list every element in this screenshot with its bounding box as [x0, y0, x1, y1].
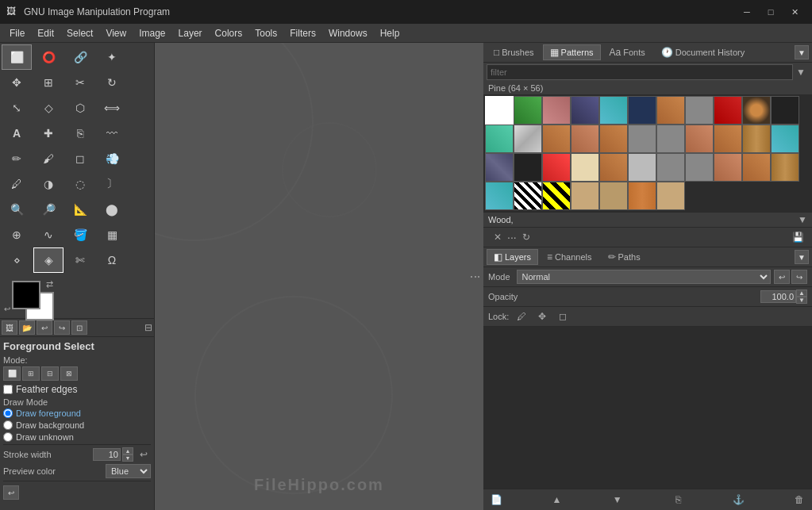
tab-document-history[interactable]: 🕐 Document History — [654, 44, 752, 60]
filter-arrow-icon[interactable]: ▼ — [793, 67, 809, 78]
pattern-cell-19[interactable] — [714, 125, 742, 153]
tool-warp-transform[interactable]: ⋄ — [2, 247, 32, 273]
pattern-cell-13[interactable] — [542, 125, 571, 153]
lock-alpha-btn[interactable]: ◻ — [555, 309, 571, 324]
mode-add-btn[interactable]: ⊞ — [22, 366, 40, 381]
stroke-width-down[interactable]: ▼ — [122, 454, 133, 462]
open-image-btn[interactable]: 📂 — [19, 320, 35, 335]
pattern-cell-17[interactable] — [656, 125, 685, 153]
zoom-fit-btn[interactable]: ⊡ — [71, 320, 87, 335]
delete-pattern-btn[interactable]: ✕ — [488, 229, 507, 245]
pattern-cell-28[interactable] — [656, 153, 685, 182]
pattern-cell-1[interactable] — [514, 96, 542, 125]
tool-pencil[interactable]: ✏ — [2, 146, 32, 171]
pattern-cell-14[interactable] — [571, 125, 599, 153]
maximize-button[interactable]: □ — [760, 4, 782, 20]
raise-layer-btn[interactable]: ▲ — [547, 491, 566, 508]
tool-rect-select[interactable]: ⬜ — [2, 44, 32, 70]
pattern-cell-21[interactable] — [771, 125, 799, 153]
tool-measure[interactable]: 📐 — [65, 197, 95, 222]
tool-ink[interactable]: 🖊 — [2, 171, 32, 197]
layers-menu-btn[interactable]: ▼ — [795, 250, 809, 264]
pattern-cell-39[interactable] — [656, 182, 685, 210]
tool-zoom[interactable]: 🔎 — [33, 197, 63, 222]
layers-redo-btn[interactable]: ↪ — [791, 270, 807, 284]
tool-paths[interactable]: 〕 — [97, 171, 127, 197]
tool-smudge[interactable]: 〰 — [97, 121, 127, 146]
panel-resize-handle[interactable]: ⋮ — [468, 268, 483, 286]
menu-help[interactable]: Help — [374, 26, 406, 40]
pattern-cell-7[interactable] — [685, 96, 714, 125]
tool-curves[interactable]: ∿ — [33, 222, 63, 247]
tool-scissors[interactable]: ✄ — [65, 247, 95, 273]
anchor-layer-btn[interactable]: ⚓ — [729, 491, 749, 508]
tab-channels[interactable]: ≡ Channels — [540, 249, 599, 265]
pattern-cell-4[interactable] — [599, 96, 628, 125]
opacity-up-btn[interactable]: ▲ — [796, 290, 807, 297]
pattern-cell-30[interactable] — [714, 153, 742, 182]
filter-input[interactable] — [487, 64, 793, 80]
tool-hue-sat[interactable]: ⊕ — [2, 222, 32, 247]
lower-layer-btn[interactable]: ▼ — [608, 491, 627, 508]
tool-heal[interactable]: ✚ — [33, 121, 63, 146]
pattern-cell-3[interactable] — [571, 96, 599, 125]
tool-move[interactable]: ✥ — [2, 70, 32, 95]
redo-btn[interactable]: ↪ — [54, 320, 70, 335]
duplicate-layer-btn[interactable]: ⎘ — [668, 491, 687, 508]
pattern-cell-24[interactable] — [542, 153, 571, 182]
pattern-cell-22[interactable] — [485, 153, 514, 182]
mode-intersect-btn[interactable]: ⊠ — [60, 366, 78, 381]
undo-btn[interactable]: ↩ — [37, 320, 52, 335]
pattern-cell-20[interactable] — [742, 125, 771, 153]
tab-patterns[interactable]: ▦ Patterns — [543, 44, 601, 60]
pattern-cell-27[interactable] — [628, 153, 656, 182]
pattern-cell-11[interactable] — [485, 125, 514, 153]
pattern-cell-10[interactable] — [771, 96, 799, 125]
color-reset-icon[interactable]: ↩ — [4, 305, 10, 313]
panel-dots[interactable]: ··· — [507, 231, 517, 243]
layers-opacity-input[interactable] — [760, 290, 796, 303]
layers-undo-btn[interactable]: ↩ — [774, 270, 790, 284]
feather-edges-checkbox[interactable] — [3, 385, 13, 394]
tool-foreground-select[interactable]: ◈ — [33, 247, 63, 273]
pattern-dropdown-icon[interactable]: ▼ — [798, 214, 807, 225]
tab-layers[interactable]: ◧ Layers — [487, 249, 538, 265]
tool-eraser[interactable]: ◻ — [65, 146, 95, 171]
tool-blend[interactable]: ▦ — [97, 222, 127, 247]
menu-colors[interactable]: Colors — [209, 26, 249, 40]
pattern-cell-37[interactable] — [599, 182, 628, 210]
preview-color-select[interactable]: Blue Red Green White Black — [106, 464, 151, 478]
new-image-btn[interactable]: 🖼 — [2, 320, 17, 335]
draw-unknown-radio[interactable] — [3, 432, 13, 442]
tool-fuzzy-select[interactable]: ✦ — [97, 44, 127, 70]
foreground-color[interactable] — [12, 281, 40, 309]
menu-edit[interactable]: Edit — [31, 26, 60, 40]
layers-mode-select[interactable]: Normal Dissolve Multiply Screen Overlay — [517, 270, 771, 284]
tab-brushes[interactable]: □ Brushes — [487, 44, 541, 60]
tool-bucket-fill[interactable]: 🪣 — [65, 222, 95, 247]
tab-fonts[interactable]: Aa Fonts — [602, 44, 652, 60]
pattern-cell-33[interactable] — [485, 182, 514, 210]
draw-foreground-radio[interactable] — [3, 408, 13, 418]
mode-new-btn[interactable]: ⬜ — [3, 366, 21, 381]
menu-tools[interactable]: Tools — [248, 26, 283, 40]
pattern-cell-25[interactable] — [571, 153, 599, 182]
close-button[interactable]: ✕ — [783, 4, 806, 20]
tool-crop[interactable]: ✂ — [65, 70, 95, 95]
menu-view[interactable]: View — [99, 26, 133, 40]
refresh-pattern-btn[interactable]: ↻ — [517, 229, 536, 245]
minimize-button[interactable]: ─ — [736, 4, 758, 20]
panel-menu-btn[interactable]: ▼ — [795, 45, 809, 59]
pattern-cell-2[interactable] — [542, 96, 571, 125]
stroke-reset-btn[interactable]: ↩ — [137, 447, 151, 462]
panel-toggle-icon[interactable]: ⊟ — [144, 322, 152, 333]
tool-paintbrush[interactable]: 🖌 — [33, 146, 63, 171]
tool-text[interactable]: A — [2, 121, 32, 146]
pattern-cell-15[interactable] — [599, 125, 628, 153]
tool-blur[interactable]: ◌ — [65, 171, 95, 197]
tool-shear[interactable]: ◇ — [33, 95, 63, 121]
tool-perspective[interactable]: ⬡ — [65, 95, 95, 121]
menu-filters[interactable]: Filters — [283, 26, 322, 40]
pattern-cell-31[interactable] — [742, 153, 771, 182]
pattern-cell-12[interactable] — [514, 125, 542, 153]
